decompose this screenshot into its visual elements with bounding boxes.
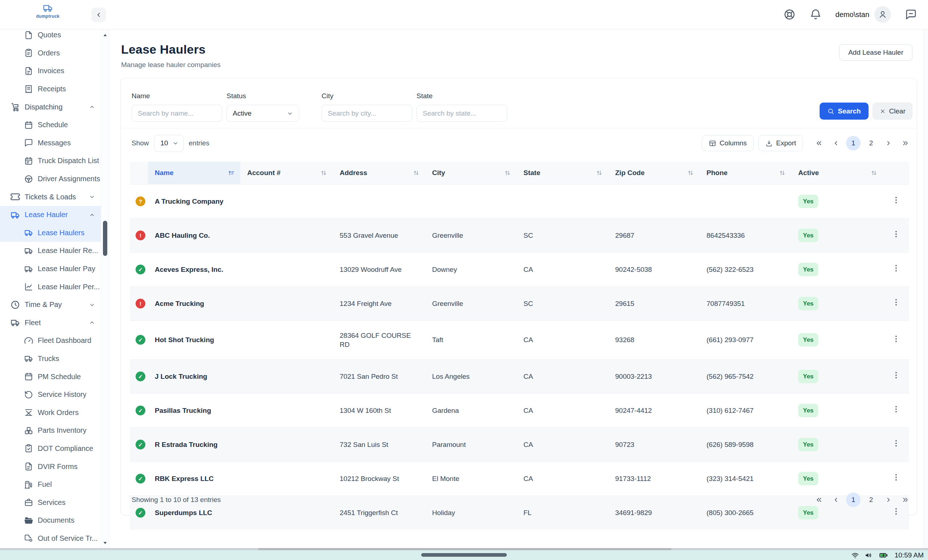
next-page-button[interactable] [882, 493, 895, 507]
sidebar-collapse-button[interactable] [92, 8, 106, 22]
sidebar-item-schedule[interactable]: Schedule [0, 116, 101, 134]
columns-button[interactable]: Columns [702, 135, 754, 151]
column-header-active[interactable]: Active [791, 162, 883, 184]
previous-page-button[interactable] [829, 493, 843, 507]
column-header-address[interactable]: Address [333, 162, 425, 184]
row-menu-icon[interactable] [891, 371, 901, 380]
sidebar-scrollbar-thumb[interactable] [103, 221, 107, 256]
sidebar-item-driver-assignments[interactable]: Driver Assignments [0, 170, 101, 188]
name-filter-input[interactable] [131, 105, 222, 122]
vertical-scrollbar[interactable] [923, 29, 928, 548]
row-menu-icon[interactable] [891, 298, 901, 307]
column-header-zip-code[interactable]: Zip Code [608, 162, 700, 184]
sidebar-item-tickets-loads[interactable]: Tickets & Loads [0, 188, 101, 206]
table-row[interactable]: ✓J Lock Trucking7021 San Pedro StLos Ang… [130, 359, 909, 393]
sidebar-item-truck-dispatch-list[interactable]: Truck Dispatch List [0, 152, 101, 170]
sort-ascending-icon[interactable] [227, 169, 235, 177]
city-filter-input[interactable] [322, 105, 412, 122]
last-page-button[interactable] [899, 136, 913, 150]
sidebar-item-pm-schedule[interactable]: PM Schedule [0, 368, 101, 386]
table-row[interactable]: ✓Aceves Express, Inc.13029 Woodruff AveD… [130, 252, 909, 286]
sort-icon[interactable] [320, 169, 328, 177]
column-header-account[interactable]: Account # [240, 162, 333, 184]
sort-icon[interactable] [595, 169, 603, 177]
sort-icon[interactable] [504, 169, 511, 177]
sidebar-item-out-of-service-tr[interactable]: Out of Service Tr... [0, 529, 101, 548]
add-lease-hauler-button[interactable]: Add Lease Hauler [839, 44, 913, 61]
page-1-button[interactable]: 1 [846, 136, 861, 150]
taskbar-handle[interactable] [421, 553, 507, 557]
next-page-button[interactable] [882, 136, 895, 150]
sidebar-item-fleet-dashboard[interactable]: Fleet Dashboard [0, 332, 101, 350]
sidebar-item-lease-hauler-per[interactable]: Lease Hauler Per... [0, 278, 101, 296]
previous-page-button[interactable] [829, 136, 843, 150]
sidebar-item-lease-hauler-pay[interactable]: Lease Hauler Pay [0, 260, 101, 278]
table-row[interactable]: ✓R Estrada Trucking732 San Luis StParamo… [130, 427, 909, 461]
sidebar-item-receipts[interactable]: Receipts [0, 80, 101, 98]
table-row[interactable]: ✓Hot Shot Trucking28364 GOLF COURSE RDTa… [130, 320, 909, 359]
help-icon[interactable] [783, 8, 796, 21]
status-select[interactable]: Active [227, 105, 299, 122]
sidebar-item-services[interactable]: Services [0, 493, 101, 511]
sidebar-item-parts-inventory[interactable]: Parts Inventory [0, 421, 101, 439]
sidebar-item-dispatching[interactable]: Dispatching [0, 98, 101, 116]
row-menu-icon[interactable] [891, 195, 901, 205]
battery-charging-icon[interactable] [878, 551, 889, 560]
wifi-icon[interactable] [851, 551, 859, 559]
app-logo[interactable]: dumptruck [35, 3, 61, 19]
row-menu-icon[interactable] [891, 439, 901, 448]
sidebar-item-documents[interactable]: Documents [0, 511, 101, 529]
sidebar-item-dvir-forms[interactable]: DVIR Forms [0, 458, 101, 476]
sidebar-item-dot-compliance[interactable]: DOT Compliance [0, 439, 101, 458]
sidebar-scrollbar[interactable] [101, 29, 109, 548]
column-header-name[interactable]: Name [148, 162, 240, 184]
sidebar-item-lease-haulers[interactable]: Lease Haulers [0, 224, 101, 242]
sidebar-item-lease-hauler[interactable]: Lease Hauler [0, 206, 101, 224]
sort-icon[interactable] [778, 169, 786, 177]
row-menu-icon[interactable] [891, 334, 901, 343]
user-menu[interactable]: demo\stan [836, 6, 891, 23]
chat-icon[interactable] [905, 8, 917, 21]
scroll-down-arrow-icon[interactable] [102, 540, 108, 546]
row-menu-icon[interactable] [891, 229, 901, 239]
sidebar-item-fuel[interactable]: Fuel [0, 476, 101, 494]
sort-icon[interactable] [870, 169, 878, 177]
state-filter-input[interactable] [417, 105, 507, 122]
sidebar-item-time-pay[interactable]: Time & Pay [0, 296, 101, 314]
column-header-city[interactable]: City [425, 162, 517, 184]
row-menu-icon[interactable] [891, 264, 901, 273]
volume-icon[interactable] [865, 551, 873, 559]
table-row[interactable]: ?A Trucking CompanyYes [130, 184, 909, 218]
page-2-button[interactable]: 2 [864, 493, 878, 507]
page-2-button[interactable]: 2 [864, 136, 878, 150]
sidebar-item-work-orders[interactable]: Work Orders [0, 403, 101, 421]
sidebar-item-service-history[interactable]: Service History [0, 386, 101, 404]
column-header-phone[interactable]: Phone [700, 162, 791, 184]
scroll-up-arrow-icon[interactable] [102, 32, 108, 38]
table-row[interactable]: ✓Pasillas Trucking1304 W 160th StGardena… [130, 393, 909, 427]
sidebar-item-invoices[interactable]: Invoices [0, 62, 101, 80]
row-menu-icon[interactable] [891, 404, 901, 414]
sidebar-item-trucks[interactable]: Trucks [0, 350, 101, 368]
last-page-button[interactable] [899, 493, 913, 507]
table-row[interactable]: !Acme Trucking1234 Freight AveGreenville… [130, 286, 909, 320]
sort-icon[interactable] [412, 169, 420, 177]
column-header-state[interactable]: State [517, 162, 608, 184]
sidebar-item-fleet[interactable]: Fleet [0, 314, 101, 332]
first-page-button[interactable] [812, 136, 826, 150]
sidebar-item-orders[interactable]: Orders [0, 44, 101, 63]
sidebar-item-messages[interactable]: Messages [0, 134, 101, 152]
search-button[interactable]: Search [820, 102, 868, 120]
table-row[interactable]: ✓RBK Express LLC10212 Brockway StEl Mont… [130, 461, 909, 496]
page-size-select[interactable]: 10 [154, 135, 184, 152]
page-1-button[interactable]: 1 [846, 493, 861, 507]
sort-icon[interactable] [687, 169, 694, 177]
avatar[interactable] [875, 6, 891, 23]
clear-button[interactable]: Clear [873, 102, 913, 120]
sidebar-item-quotes[interactable]: Quotes [0, 29, 101, 44]
first-page-button[interactable] [812, 493, 826, 507]
table-row[interactable]: !ABC Hauling Co.553 Gravel AvenueGreenvi… [130, 218, 909, 252]
sidebar-item-lease-hauler-re[interactable]: Lease Hauler Re... [0, 242, 101, 260]
notifications-bell-icon[interactable] [809, 8, 822, 21]
row-menu-icon[interactable] [891, 473, 901, 482]
